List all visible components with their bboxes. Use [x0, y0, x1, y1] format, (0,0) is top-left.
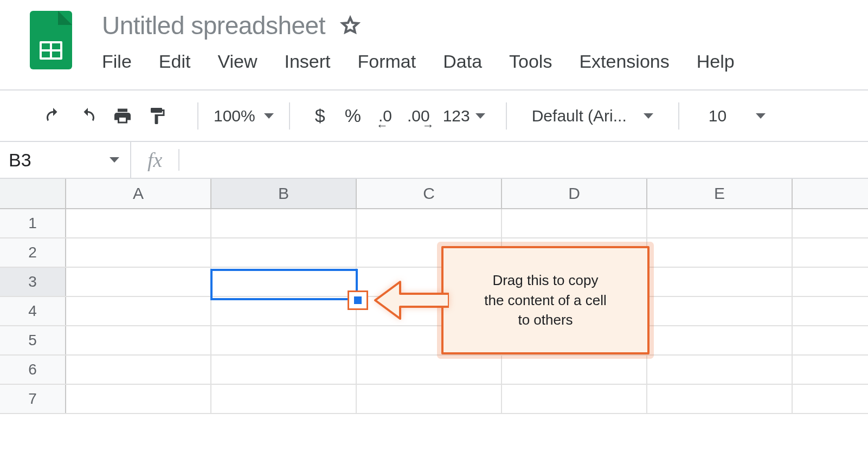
menu-help[interactable]: Help	[697, 51, 735, 72]
cell[interactable]	[211, 326, 357, 354]
cell[interactable]	[647, 268, 793, 296]
cell[interactable]	[66, 209, 211, 237]
menu-tools[interactable]: Tools	[509, 51, 552, 72]
cell[interactable]	[357, 356, 502, 384]
percent-button[interactable]: %	[335, 105, 371, 126]
cell[interactable]	[647, 385, 793, 413]
paint-format-icon	[147, 106, 167, 126]
column-header-e[interactable]: E	[647, 179, 793, 208]
more-formats-dropdown[interactable]: 123	[438, 107, 491, 125]
cell[interactable]	[357, 326, 502, 354]
row-header-4[interactable]: 4	[0, 297, 66, 325]
menu-file[interactable]: File	[102, 51, 132, 72]
cell[interactable]	[66, 238, 211, 267]
column-header-c[interactable]: C	[357, 179, 502, 208]
cell[interactable]	[502, 356, 647, 384]
print-icon	[113, 106, 132, 126]
cell[interactable]	[647, 326, 793, 354]
toolbar-separator	[197, 102, 198, 130]
zoom-dropdown[interactable]: 100%	[214, 107, 274, 125]
cell[interactable]	[211, 385, 357, 413]
cell[interactable]	[357, 268, 502, 296]
document-title[interactable]: Untitled spreadsheet	[102, 11, 325, 40]
column-headers: A B C D E	[0, 179, 868, 209]
cell[interactable]	[357, 385, 502, 413]
font-size-value: 10	[709, 107, 726, 125]
star-icon[interactable]	[339, 15, 361, 36]
cell[interactable]	[647, 238, 793, 267]
chevron-down-icon	[264, 113, 274, 119]
cell[interactable]	[357, 209, 502, 237]
cell[interactable]	[502, 326, 647, 354]
cell[interactable]	[647, 356, 793, 384]
cell[interactable]	[66, 326, 211, 354]
cell[interactable]	[66, 268, 211, 296]
cell[interactable]	[502, 209, 647, 237]
cell[interactable]	[793, 238, 868, 267]
fx-label: fx	[131, 149, 179, 171]
font-size-dropdown[interactable]: 10	[695, 107, 780, 125]
select-all-corner[interactable]	[0, 179, 66, 208]
menu-view[interactable]: View	[217, 51, 257, 72]
cell[interactable]	[793, 385, 868, 413]
row-header-2[interactable]: 2	[0, 238, 66, 267]
grid-row: 2	[0, 238, 868, 268]
header: Untitled spreadsheet File Edit View Inse…	[0, 0, 868, 89]
grid-row: 1	[0, 209, 868, 238]
redo-button[interactable]	[78, 106, 98, 126]
font-dropdown[interactable]: Default (Ari...	[522, 107, 663, 125]
menu-edit[interactable]: Edit	[159, 51, 191, 72]
formula-input[interactable]	[179, 142, 868, 178]
cell[interactable]	[502, 385, 647, 413]
cell[interactable]	[647, 209, 793, 237]
column-header-b[interactable]: B	[211, 179, 357, 208]
cell[interactable]	[793, 326, 868, 354]
cell[interactable]	[357, 297, 502, 325]
cell[interactable]	[211, 238, 357, 267]
cell[interactable]	[211, 356, 357, 384]
cell[interactable]	[647, 297, 793, 325]
cell[interactable]	[211, 209, 357, 237]
row-header-6[interactable]: 6	[0, 356, 66, 384]
cell[interactable]	[66, 385, 211, 413]
toolbar-separator	[678, 102, 679, 130]
column-header-a[interactable]: A	[66, 179, 211, 208]
cell-b3[interactable]	[211, 268, 357, 296]
menu-format[interactable]: Format	[358, 51, 416, 72]
cell[interactable]	[357, 238, 502, 267]
grid-row: 5	[0, 326, 868, 356]
grid-row: 4	[0, 297, 868, 326]
spreadsheet-grid: A B C D E 1 2 3	[0, 179, 868, 414]
column-header-d[interactable]: D	[502, 179, 647, 208]
name-box[interactable]: B3	[0, 142, 131, 178]
name-box-value: B3	[9, 150, 31, 171]
arrow-left-icon: ←	[376, 119, 388, 133]
decrease-decimal-button[interactable]: .0 ←	[371, 107, 400, 125]
cell[interactable]	[793, 297, 868, 325]
row-header-3[interactable]: 3	[0, 268, 66, 296]
print-button[interactable]	[113, 106, 132, 126]
menu-insert[interactable]: Insert	[284, 51, 330, 72]
column-header-overflow[interactable]	[793, 179, 868, 208]
cell[interactable]	[502, 297, 647, 325]
cell[interactable]	[211, 297, 357, 325]
cell[interactable]	[66, 356, 211, 384]
fill-handle[interactable]	[354, 296, 362, 304]
menu-data[interactable]: Data	[443, 51, 482, 72]
undo-button[interactable]	[43, 106, 63, 126]
cell[interactable]	[502, 268, 647, 296]
currency-button[interactable]: $	[305, 105, 335, 126]
zoom-value: 100%	[214, 107, 255, 125]
cell[interactable]	[502, 238, 647, 267]
cell[interactable]	[793, 209, 868, 237]
paint-format-button[interactable]	[147, 106, 167, 126]
row-header-7[interactable]: 7	[0, 385, 66, 413]
increase-decimal-button[interactable]: .00 →	[400, 107, 438, 125]
menu-extensions[interactable]: Extensions	[579, 51, 669, 72]
row-header-1[interactable]: 1	[0, 209, 66, 237]
cell[interactable]	[793, 356, 868, 384]
cell[interactable]	[66, 297, 211, 325]
cell[interactable]	[793, 268, 868, 296]
grid-row: 6	[0, 356, 868, 385]
row-header-5[interactable]: 5	[0, 326, 66, 354]
